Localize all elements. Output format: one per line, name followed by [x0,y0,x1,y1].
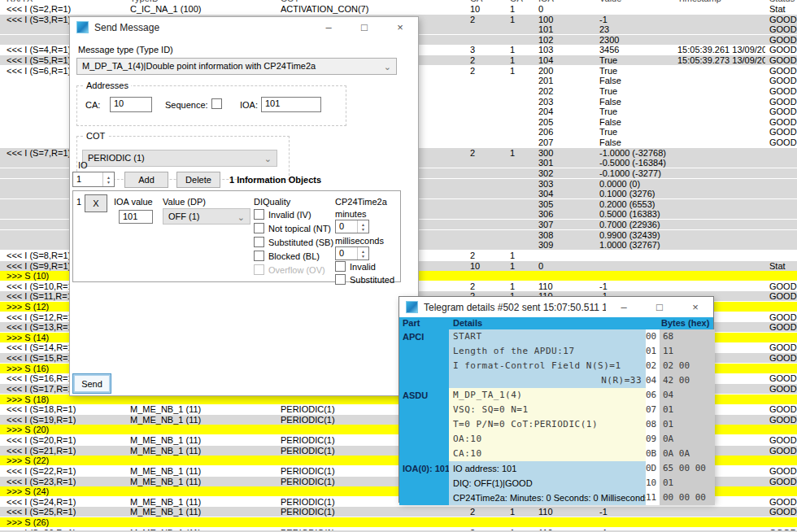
table-row[interactable]: >>> S (26) [0,517,797,528]
column-header-timestamp[interactable]: Timestamp [677,0,765,3]
cell-st: GOOD [769,15,797,24]
cell-ca: 2 [470,507,506,517]
telegram-bytes-cell: 01 [660,403,715,417]
cell-v: 0.1000 (3276) [599,189,676,198]
table-row[interactable]: <<< I (S=2,R=1)C_IC_NA_1 (100)ACTIVATION… [0,4,797,15]
cell-oa: 1 [510,45,534,55]
telegram-bytes-cell: 01 [660,476,715,491]
cell-st: GOOD [769,66,797,76]
send-dialog-titlebar[interactable]: Send Message – □ × [70,17,418,37]
diq-option-label: Invalid (IV) [268,210,311,220]
telegram-row[interactable]: T=0 P/N=0 CoT:PERIODIC(1)0801 [399,417,713,432]
message-type-dropdown[interactable]: M_DP_TA_1(4)|Double point information wi… [76,58,397,75]
column-header-ioa[interactable]: IOA [538,0,595,3]
chevron-down-icon: ⌄ [237,210,245,225]
cell-v: -1 [599,507,676,517]
time-invalid-checkbox[interactable] [335,261,346,272]
telegram-row[interactable]: APCISTART0068 [399,329,713,344]
telegram-part-cell [399,491,449,505]
time-substituted-label: Substituted [350,275,394,285]
cell-v: 0.9900 (32439) [599,230,676,240]
ca-input[interactable]: 10 [110,97,152,112]
telegram-row[interactable]: Length of the APDU:170111 [399,344,713,359]
telegram-offset-cell: 00 [646,329,660,344]
cell-v: 3456 [599,45,676,55]
telegram-row[interactable]: N(R)=330442 00 [399,373,713,388]
cell-st: GOOD [769,446,797,456]
telegram-row[interactable]: CP24Time2a: Minutes: 0 Seconds: 0 Millis… [399,491,713,505]
cell-type: M_ME_NB_1 (11) [130,415,277,425]
column-header-oa[interactable]: OA [510,0,534,3]
telegram-details-cell: START [449,329,646,344]
telegram-row[interactable]: OA:10090A [399,432,713,447]
value-dp-dropdown[interactable]: OFF (1)⌄ [163,208,250,225]
diq-checkbox-invalid-iv-[interactable] [254,209,264,220]
maximize-icon[interactable]: □ [642,297,677,317]
column-header-value[interactable]: Value [599,0,676,3]
telegram-row[interactable]: DIQ: OFF(1)|GOOD1001 [399,476,713,491]
diq-option: Blocked (BL) [254,251,400,263]
stepper-arrows-icon[interactable]: ▲▼ [357,247,368,259]
telegram-part-cell: ASDU [399,388,449,403]
milliseconds-stepper[interactable]: 0 ▲▼ [335,246,369,260]
delete-button[interactable]: Delete [176,172,220,188]
time-substituted-checkbox[interactable] [335,274,346,285]
minimize-icon[interactable]: – [311,17,346,37]
minutes-label: minutes [335,209,367,219]
cell-ioa: 204 [538,107,595,116]
telegram-row[interactable]: IOA(0): 101IO address: 1010D65 00 00 [399,461,713,476]
telegram-row[interactable]: I format-Control Field N(S)=10202 00 [399,359,713,373]
stepper-arrows-icon[interactable]: ▲▼ [357,220,368,233]
diq-checkbox-not-topical-nt-[interactable] [254,223,264,233]
ioa-input[interactable]: 101 [261,97,321,112]
cell-type: C_IC_NA_1 (100) [130,4,277,14]
cell-cot: PERIODIC(1) [281,507,419,517]
send-button[interactable]: Send [72,373,111,394]
sequence-checkbox[interactable] [211,98,222,109]
value-dp-label: Value (DP) [163,197,206,207]
cell-dir: <<< I (S=2,R=1) [7,4,128,14]
diq-checkbox-overflow-ov- [254,264,264,275]
add-button[interactable]: Add [124,172,168,188]
close-icon[interactable]: × [382,17,418,37]
chevron-down-icon: ⌄ [384,59,391,75]
diq-checkbox-substituted-sb-[interactable] [254,237,264,247]
telegram-part-cell [399,476,449,491]
cell-ioa: 302 [538,168,595,178]
telegram-offset-cell: 0D [646,461,660,476]
telegram-offset-cell: 07 [646,403,660,417]
telegram-details-cell: VSQ: SQ=0 N=1 [449,403,646,417]
ioa-value-input[interactable]: 101 [119,210,153,224]
ioa-value-label: IOA value [114,197,153,207]
cell-st: GOOD [769,507,797,517]
close-icon[interactable]: × [677,297,713,317]
cell-ca: 2 [470,281,506,291]
minutes-stepper[interactable]: 0 ▲▼ [335,220,369,233]
cell-dir: <<< I (S=20,R=1) [7,435,128,445]
cell-v: -0.5000 (-16384) [599,158,676,168]
cell-ca: 2 [470,148,506,158]
telegram-details-cell: T=0 P/N=0 CoT:PERIODIC(1) [449,417,646,432]
maximize-icon[interactable]: □ [346,17,382,37]
stepper-arrows-icon[interactable]: ▲▼ [102,172,114,186]
application-window: <<< I (S=2,R=1)C_IC_NA_1 (100)ACTIVATION… [0,0,797,532]
cot-dropdown[interactable]: PERIODIC (1)⌄ [82,150,277,167]
telegram-titlebar[interactable]: Telegram details #502 sent 15:07:50.511 … [399,297,713,317]
column-header-cot[interactable]: COT [281,0,419,3]
telegram-row[interactable]: VSQ: SQ=0 N=10701 [399,403,713,417]
cell-ca: 2 [470,251,506,260]
diq-checkbox-blocked-bl-[interactable] [254,251,264,261]
column-header-typeid[interactable]: TypeID [130,0,277,3]
cell-ioa: 202 [538,86,595,96]
io-count-stepper[interactable]: 1 ▲▼ [72,172,115,187]
column-header-rx-tx[interactable]: RX/TX [7,0,128,3]
telegram-row[interactable]: CA:100B0A 0A [399,447,713,461]
column-header-ca[interactable]: CA [470,0,506,3]
minimize-icon[interactable]: – [606,297,642,317]
remove-io-button[interactable]: X [85,194,107,212]
column-header-status[interactable]: Status [769,0,797,3]
telegram-row[interactable]: ASDUM_DP_TA_1(4)0604 [399,388,713,403]
telegram-part-cell [399,447,449,461]
table-row[interactable]: <<< I (S=25,R=1)M_ME_NB_1 (11)PERIODIC(1… [0,507,797,517]
diquality-label: DIQuality [254,197,290,207]
